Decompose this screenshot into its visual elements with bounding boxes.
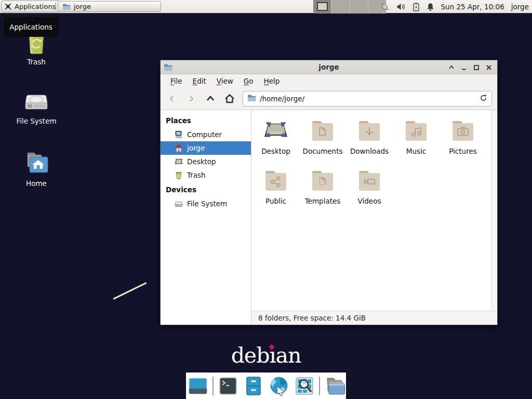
desktop-icon-file-system[interactable]: File System [9, 88, 63, 125]
menu-edit[interactable]: Edit [188, 75, 211, 87]
folder-item-documents[interactable]: Documents [299, 114, 346, 164]
dock-web-browser-button[interactable] [268, 375, 290, 397]
maximize-button[interactable] [470, 61, 483, 74]
shade-button[interactable] [445, 61, 458, 74]
drive-icon [175, 200, 183, 208]
dock-show-desktop-button[interactable] [187, 375, 209, 397]
workspace-3[interactable] [350, 0, 368, 14]
dock-terminal-button[interactable] [217, 375, 239, 397]
menu-file[interactable]: File [166, 75, 187, 87]
applications-menu-button[interactable]: Applications [1, 1, 60, 12]
taskbar-window-button[interactable]: jorge [58, 1, 161, 12]
debian-logo: debıan [209, 343, 323, 368]
menu-view[interactable]: View [212, 75, 238, 87]
desktop-icon-home[interactable]: Home [9, 150, 63, 188]
hard-drive-icon [24, 88, 49, 113]
folder-item-videos[interactable]: Videos [346, 164, 393, 214]
panel-grip[interactable] [55, 3, 57, 11]
dock [186, 373, 346, 399]
applications-tooltip: Applications [4, 17, 58, 37]
sidebar-item-computer[interactable]: Computer [161, 128, 251, 141]
home-folder-icon [23, 150, 49, 176]
minimize-button[interactable] [458, 61, 470, 74]
sidebar: Places Computer jo [161, 110, 251, 325]
menu-go[interactable]: Go [239, 75, 258, 87]
forward-button[interactable] [182, 90, 200, 108]
places-header: Places [161, 113, 251, 128]
back-button[interactable] [163, 90, 181, 108]
workspace-switcher[interactable] [313, 0, 386, 14]
public-folder-icon [263, 168, 289, 193]
top-panel: Applications jorge [0, 0, 532, 14]
pictures-folder-icon [450, 118, 476, 143]
volume-tray-icon[interactable] [396, 3, 406, 11]
debian-logo-text: deb [231, 343, 270, 368]
folder-item-desktop[interactable]: Desktop [252, 114, 299, 164]
sidebar-item-desktop[interactable]: Desktop [161, 155, 251, 168]
battery-tray-icon[interactable] [413, 3, 420, 11]
desktop-icon-label: Home [26, 179, 47, 188]
sidebar-item-file-system[interactable]: File System [161, 197, 251, 210]
sidebar-item-jorge[interactable]: jorge [161, 141, 251, 155]
sidebar-item-trash[interactable]: Trash [161, 168, 251, 182]
close-button[interactable] [483, 61, 495, 74]
workspace-2[interactable] [331, 0, 349, 14]
computer-icon [175, 130, 183, 139]
file-cabinet-icon [244, 376, 263, 396]
web-browser-icon [269, 376, 289, 396]
templates-folder-icon [310, 168, 336, 193]
titlebar[interactable]: jorge [161, 60, 497, 74]
desktop: Trash File System Home [0, 0, 532, 399]
downloads-folder-icon [356, 118, 382, 143]
menu-help[interactable]: Help [259, 75, 285, 87]
folder-item-music[interactable]: Music [393, 114, 440, 164]
vertical-scrollbar[interactable] [491, 110, 497, 311]
applications-menu-icon [4, 3, 12, 10]
workspace-window-miniature [317, 2, 328, 11]
address-text[interactable]: /home/jorge/ [260, 95, 476, 103]
taskbar-folder-icon [62, 3, 71, 10]
desktop-icon [175, 157, 183, 166]
desktop-icon-label: File System [16, 117, 56, 125]
path-bar[interactable]: /home/jorge/ [243, 91, 492, 107]
documents-folder-icon [310, 118, 336, 143]
folder-stack-icon [324, 376, 345, 396]
path-folder-icon [247, 94, 256, 103]
reload-icon[interactable] [480, 94, 487, 103]
status-text: 8 folders, Free space: 14.4 GiB [258, 314, 366, 322]
file-view[interactable]: Desktop Documents [251, 110, 497, 311]
devices-header: Devices [161, 182, 251, 197]
folder-item-public[interactable]: Public [252, 164, 299, 214]
status-bar: 8 folders, Free space: 14.4 GiB [251, 311, 497, 325]
terminal-icon [218, 376, 238, 396]
notification-bell-tray-icon[interactable] [427, 3, 434, 11]
workspace-1[interactable] [313, 0, 331, 14]
dock-separator [212, 377, 214, 395]
input-device-tray-icon[interactable] [379, 2, 390, 11]
dock-folder-button[interactable] [324, 375, 345, 397]
username-label[interactable]: jorge [511, 3, 529, 11]
clock[interactable]: Sun 25 Apr, 10:06 [441, 3, 504, 11]
show-desktop-icon [188, 376, 208, 396]
menubar: File Edit View Go Help [161, 74, 497, 88]
app-finder-icon [295, 376, 314, 396]
desktop-icon-label: Trash [27, 58, 46, 66]
home-icon [175, 144, 183, 152]
up-button[interactable] [201, 90, 219, 108]
desktop-folder-icon [262, 118, 289, 143]
dock-app-finder-button[interactable] [294, 375, 315, 397]
folder-item-downloads[interactable]: Downloads [346, 114, 393, 164]
home-button[interactable] [220, 90, 238, 108]
folder-item-templates[interactable]: Templates [299, 164, 346, 214]
trash-small-icon [175, 171, 183, 179]
folder-item-pictures[interactable]: Pictures [440, 114, 486, 164]
file-manager-window: jorge File Edit View Go Help [160, 60, 498, 325]
toolbar: /home/jorge/ [161, 88, 497, 110]
dock-file-manager-button[interactable] [243, 375, 264, 397]
dock-separator [319, 377, 320, 395]
music-folder-icon [403, 118, 429, 143]
stray-line-artifact [113, 282, 147, 300]
videos-folder-icon [356, 168, 382, 193]
